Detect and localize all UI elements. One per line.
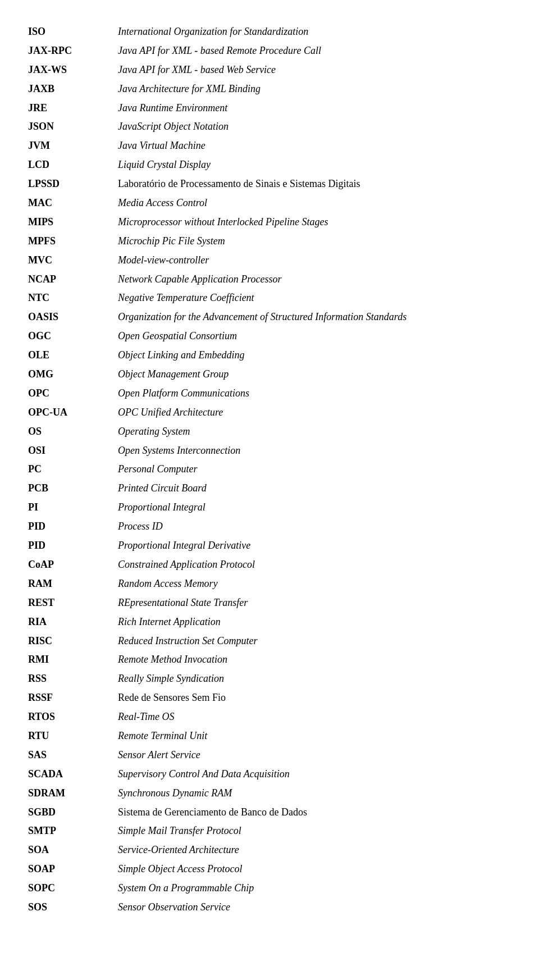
definition-cell: Liquid Crystal Display (118, 156, 511, 175)
table-row: JAXBJava Architecture for XML Binding (28, 80, 511, 99)
abbreviation-cell: RAM (28, 575, 118, 594)
abbreviation-cell: PI (28, 498, 118, 517)
abbreviation-cell: SOS (28, 898, 118, 917)
definition-cell: Printed Circuit Board (118, 479, 511, 498)
abbreviation-cell: SOPC (28, 879, 118, 898)
abbreviation-cell: SCADA (28, 765, 118, 784)
table-row: CoAPConstrained Application Protocol (28, 555, 511, 575)
table-row: JAX-WSJava API for XML - based Web Servi… (28, 61, 511, 80)
definition-cell: Negative Temperature Coefficient (118, 289, 511, 308)
abbreviation-cell: CoAP (28, 555, 118, 575)
abbreviation-cell: PCB (28, 479, 118, 498)
table-row: RTOSReal-Time OS (28, 708, 511, 727)
table-row: JVMJava Virtual Machine (28, 136, 511, 156)
table-row: PCBPrinted Circuit Board (28, 479, 511, 498)
definition-cell: Rede de Sensores Sem Fio (118, 689, 511, 708)
definition-cell: Reduced Instruction Set Computer (118, 632, 511, 651)
table-row: SOPCSystem On a Programmable Chip (28, 879, 511, 898)
abbreviation-cell: LCD (28, 156, 118, 175)
abbreviation-cell: PID (28, 536, 118, 555)
definition-cell: Process ID (118, 517, 511, 536)
abbreviation-cell: MAC (28, 194, 118, 213)
table-row: MIPSMicroprocessor without Interlocked P… (28, 213, 511, 232)
table-row: SOAService-Oriented Architecture (28, 841, 511, 860)
definition-cell: Operating System (118, 422, 511, 441)
table-row: OMGObject Management Group (28, 365, 511, 384)
abbreviation-cell: JRE (28, 99, 118, 118)
definition-cell: Proportional Integral Derivative (118, 536, 511, 555)
definition-cell: Microchip Pic File System (118, 232, 511, 251)
abbreviation-cell: ISO (28, 22, 118, 42)
definition-cell: Sensor Alert Service (118, 746, 511, 765)
abbreviation-cell: SAS (28, 746, 118, 765)
definition-cell: Media Access Control (118, 194, 511, 213)
abbreviation-cell: MVC (28, 251, 118, 270)
definition-cell: Open Geospatial Consortium (118, 327, 511, 346)
table-row: SOSSensor Observation Service (28, 898, 511, 917)
definition-cell: Sensor Observation Service (118, 898, 511, 917)
table-row: SDRAMSynchronous Dynamic RAM (28, 784, 511, 803)
table-row: PCPersonal Computer (28, 460, 511, 479)
definition-cell: REpresentational State Transfer (118, 594, 511, 613)
table-row: RIARich Internet Application (28, 613, 511, 632)
definition-cell: Java Architecture for XML Binding (118, 80, 511, 99)
abbreviation-cell: OASIS (28, 308, 118, 327)
abbreviation-cell: NTC (28, 289, 118, 308)
abbreviation-cell: OGC (28, 327, 118, 346)
definition-cell: Personal Computer (118, 460, 511, 479)
abbreviation-cell: RSSF (28, 689, 118, 708)
table-row: RSSReally Simple Syndication (28, 669, 511, 689)
abbreviation-cell: RTU (28, 727, 118, 746)
table-row: OSIOpen Systems Interconnection (28, 441, 511, 461)
definition-cell: Remote Method Invocation (118, 650, 511, 669)
abbreviation-cell: OLE (28, 346, 118, 365)
acronym-table: ISOInternational Organization for Standa… (28, 22, 511, 917)
table-row: RMIRemote Method Invocation (28, 650, 511, 669)
abbreviation-cell: MIPS (28, 213, 118, 232)
definition-cell: Synchronous Dynamic RAM (118, 784, 511, 803)
abbreviation-cell: JVM (28, 136, 118, 156)
definition-cell: Rich Internet Application (118, 613, 511, 632)
definition-cell: Sistema de Gerenciamento de Banco de Dad… (118, 803, 511, 822)
table-row: OLEObject Linking and Embedding (28, 346, 511, 365)
abbreviation-cell: OPC-UA (28, 403, 118, 422)
table-row: OASISOrganization for the Advancement of… (28, 308, 511, 327)
abbreviation-cell: OMG (28, 365, 118, 384)
abbreviation-cell: PC (28, 460, 118, 479)
definition-cell: Java API for XML - based Remote Procedur… (118, 42, 511, 61)
definition-cell: Network Capable Application Processor (118, 270, 511, 289)
table-row: SMTPSimple Mail Transfer Protocol (28, 822, 511, 841)
abbreviation-cell: RTOS (28, 708, 118, 727)
table-row: OPC-UAOPC Unified Architecture (28, 403, 511, 422)
abbreviation-cell: SDRAM (28, 784, 118, 803)
definition-cell: Remote Terminal Unit (118, 727, 511, 746)
abbreviation-cell: JAX-WS (28, 61, 118, 80)
table-row: RSSFRede de Sensores Sem Fio (28, 689, 511, 708)
definition-cell: Organization for the Advancement of Stru… (118, 308, 511, 327)
abbreviation-cell: NCAP (28, 270, 118, 289)
definition-cell: Laboratório de Processamento de Sinais e… (118, 175, 511, 194)
table-row: SCADASupervisory Control And Data Acquis… (28, 765, 511, 784)
abbreviation-cell: JAX-RPC (28, 42, 118, 61)
table-row: JSONJavaScript Object Notation (28, 117, 511, 136)
table-row: RISCReduced Instruction Set Computer (28, 632, 511, 651)
table-row: NTCNegative Temperature Coefficient (28, 289, 511, 308)
abbreviation-cell: JAXB (28, 80, 118, 99)
abbreviation-cell: OPC (28, 384, 118, 403)
table-row: MPFSMicrochip Pic File System (28, 232, 511, 251)
definition-cell: International Organization for Standardi… (118, 22, 511, 42)
abbreviation-cell: SOAP (28, 860, 118, 879)
table-row: RAMRandom Access Memory (28, 575, 511, 594)
definition-cell: Really Simple Syndication (118, 669, 511, 689)
abbreviation-cell: OS (28, 422, 118, 441)
table-row: RESTREpresentational State Transfer (28, 594, 511, 613)
abbreviation-cell: OSI (28, 441, 118, 461)
abbreviation-cell: RISC (28, 632, 118, 651)
table-row: ISOInternational Organization for Standa… (28, 22, 511, 42)
table-row: LPSSDLaboratório de Processamento de Sin… (28, 175, 511, 194)
table-row: SOAPSimple Object Access Protocol (28, 860, 511, 879)
definition-cell: Model-view-controller (118, 251, 511, 270)
definition-cell: Microprocessor without Interlocked Pipel… (118, 213, 511, 232)
abbreviation-cell: RMI (28, 650, 118, 669)
abbreviation-cell: SGBD (28, 803, 118, 822)
